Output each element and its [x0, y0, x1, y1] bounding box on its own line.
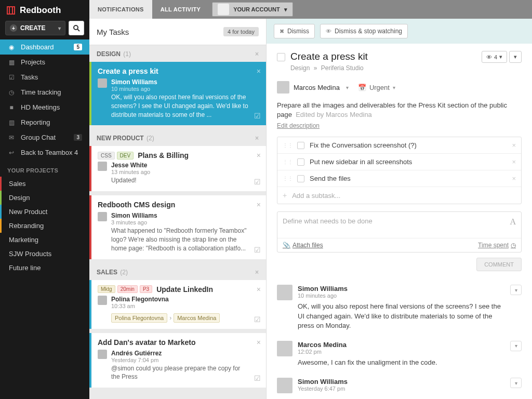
nav-icon: ↩ [7, 149, 16, 156]
project-sjw-products[interactable]: SJW Products [0, 247, 89, 261]
project-future-line[interactable]: Future line [0, 261, 89, 275]
create-button[interactable]: + CREATE ▾ [5, 21, 65, 35]
close-icon[interactable]: × [257, 285, 261, 294]
nav-tasks[interactable]: ☑Tasks [0, 70, 89, 85]
close-icon: ✖ [280, 28, 284, 35]
delete-icon[interactable]: × [512, 158, 516, 166]
nav-dashboard[interactable]: ◉Dashboard5 [0, 39, 89, 55]
nav-back-to-teambox-4[interactable]: ↩Back to Teambox 4 [0, 145, 89, 160]
project-marketing[interactable]: Marketing [0, 233, 89, 247]
nav-hd-meetings[interactable]: ■HD Meetings [0, 100, 89, 115]
chevron-down-icon: ▾ [514, 54, 517, 60]
edit-description-link[interactable]: Edit description [277, 122, 320, 129]
attach-files-link[interactable]: 📎Attach files [283, 242, 323, 249]
eye-icon: 👁 [486, 54, 492, 60]
brand-name: Redbooth [20, 5, 61, 16]
sidebar: Redbooth + CREATE ▾ ◉Dashboard5▦Projects… [0, 0, 89, 399]
close-icon[interactable]: × [255, 135, 259, 142]
time-spent-link[interactable]: Time spent◷ [478, 242, 516, 249]
nav-icon: ☑ [7, 74, 16, 81]
nav-icon: ◉ [7, 44, 16, 51]
avatar [98, 350, 107, 359]
group-name: NEW PRODUCT (2) [97, 135, 154, 142]
eye-slash-icon: 👁 [326, 28, 331, 34]
comment: Simon Williams10 minutes agoOK, will you… [277, 280, 522, 336]
plus-icon: + [10, 24, 17, 32]
chevron-down-icon: ▾ [284, 6, 287, 13]
task-card[interactable]: ×Mktg20minP3Update LinkedInPolina Flegon… [89, 280, 266, 329]
tab-notifications[interactable]: NOTIFICATIONS [89, 0, 152, 19]
author: Simon Williams [111, 78, 250, 86]
dismiss-button[interactable]: ✖Dismiss [274, 24, 315, 38]
nav-group-chat[interactable]: ✉Group Chat3 [0, 130, 89, 145]
tab-all-activity[interactable]: ALL ACTIVITY [152, 0, 209, 19]
nav-reporting[interactable]: ▥Reporting [0, 115, 89, 130]
comment: Simon WilliamsYesterday 6:47 pm▾ [277, 373, 522, 398]
breadcrumb-project[interactable]: Design [290, 64, 310, 72]
clock-icon: ◷ [511, 242, 516, 249]
comment-menu[interactable]: ▾ [510, 285, 522, 295]
drag-handle-icon[interactable]: ⋮⋮ [283, 176, 293, 181]
close-icon[interactable]: × [255, 269, 259, 276]
subtask-row[interactable]: ⋮⋮Send the files× [277, 170, 521, 187]
format-icon[interactable]: A [510, 217, 516, 227]
subtask-text: Put new sidebar in all screenshots [310, 158, 412, 166]
subtask-row[interactable]: ⋮⋮Fix the Conversation screenshot (?)× [277, 137, 521, 154]
task-complete-checkbox[interactable] [277, 53, 285, 61]
project-design[interactable]: Design [0, 191, 89, 205]
calendar-icon: 📅 [358, 84, 366, 91]
comment-author: Marcos Medina [298, 341, 505, 349]
close-icon[interactable]: × [257, 67, 261, 75]
detail-pane: ✖Dismiss 👁Dismiss & stop watching Create… [266, 19, 532, 399]
comment-menu[interactable]: ▾ [510, 341, 522, 351]
watchers-button[interactable]: 👁4▾ [482, 51, 507, 63]
priority-picker[interactable]: 📅 Urgent ▾ [358, 84, 395, 91]
comment-author: Simon Williams [298, 285, 505, 292]
task-card[interactable]: ×Add Dan's avatar to MarketoAndrés Gutié… [89, 333, 266, 388]
search-button[interactable] [69, 21, 84, 35]
close-icon[interactable]: × [257, 151, 261, 159]
group-name: DESIGN (1) [97, 50, 131, 58]
check-icon[interactable]: ☑ [254, 112, 261, 120]
tag: Mktg [98, 285, 115, 293]
project-new-product[interactable]: New Product [0, 205, 89, 219]
task-card[interactable]: ×Create a press kitSimon Williams10 minu… [89, 62, 266, 125]
close-icon[interactable]: × [255, 50, 259, 58]
project-sales[interactable]: Sales [0, 177, 89, 191]
svg-point-3 [74, 25, 78, 30]
comment-submit-button[interactable]: COMMENT [476, 258, 522, 271]
drag-handle-icon[interactable]: ⋮⋮ [283, 142, 293, 148]
subtask-checkbox[interactable] [297, 158, 304, 166]
delete-icon[interactable]: × [512, 141, 516, 149]
close-icon[interactable]: × [257, 338, 261, 347]
add-subtask[interactable]: +Add a subtask... [277, 187, 521, 204]
task-card[interactable]: ×Redbooth CMS designSimon Williams3 minu… [89, 195, 266, 259]
delete-icon[interactable]: × [512, 175, 516, 182]
check-icon[interactable]: ☑ [254, 315, 261, 324]
task-card[interactable]: ×CSSDEVPlans & BillingJesse White13 minu… [89, 146, 266, 191]
account-menu[interactable]: YOUR ACCOUNT ▾ [212, 2, 292, 17]
breadcrumb-client[interactable]: Periferia Studio [321, 64, 364, 72]
assignee-picker[interactable]: Marcos Medina ▾ [277, 81, 349, 94]
tag: 20min [117, 285, 138, 293]
comment-input[interactable]: Define what needs to be done A [277, 212, 521, 238]
task-title[interactable]: Create a press kit [290, 51, 476, 62]
check-icon[interactable]: ☑ [254, 374, 261, 382]
comment-menu[interactable]: ▾ [510, 378, 522, 388]
subtask-checkbox[interactable] [297, 142, 304, 149]
check-icon[interactable]: ☑ [254, 246, 261, 254]
nav-time-tracking[interactable]: ◷Time tracking [0, 85, 89, 100]
tasks-today-pill[interactable]: 4 for today [223, 27, 259, 36]
brand-logo: Redbooth [0, 0, 89, 21]
project-rebranding[interactable]: Rebranding [0, 219, 89, 233]
close-icon[interactable]: × [257, 201, 261, 209]
task-description: Prepare all the images and deliverables … [277, 101, 522, 119]
subtask-checkbox[interactable] [297, 175, 304, 182]
dismiss-stop-button[interactable]: 👁Dismiss & stop watching [320, 24, 408, 38]
nav-projects[interactable]: ▦Projects [0, 55, 89, 70]
avatar [218, 4, 229, 15]
check-icon[interactable]: ☑ [254, 178, 261, 186]
more-menu-button[interactable]: ▾ [509, 51, 522, 63]
subtask-row[interactable]: ⋮⋮Put new sidebar in all screenshots× [277, 154, 521, 170]
drag-handle-icon[interactable]: ⋮⋮ [283, 159, 293, 165]
